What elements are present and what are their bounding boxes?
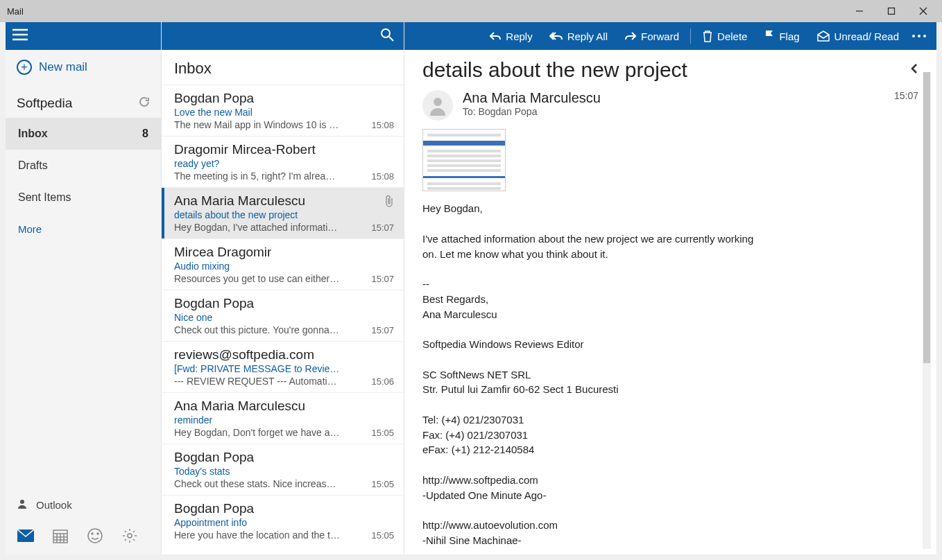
sender-row: Ana Maria Marculescu To: Bogdan Popa 15:… [404, 86, 936, 126]
email-time: 15:07 [894, 90, 918, 121]
settings-icon[interactable] [121, 527, 139, 545]
svg-point-24 [923, 35, 926, 37]
message-list-pane: Inbox Bogdan PopaLove the new MailThe ne… [162, 22, 404, 554]
app-frame: + New mail Softpedia Inbox8DraftsSent It… [6, 22, 936, 554]
msg-preview: Here you have the location and the time … [174, 530, 341, 541]
email-subject: details about the new project [422, 58, 687, 82]
window-controls [843, 0, 939, 22]
reading-pane: Reply Reply All Forward Delete Flag Un [404, 22, 936, 554]
close-button[interactable] [907, 0, 939, 22]
msg-time: 15:05 [371, 479, 394, 489]
message-item[interactable]: Mircea DragomirAudio mixingResources you… [162, 238, 404, 290]
msg-time: 15:08 [371, 120, 394, 130]
svg-point-17 [92, 533, 93, 534]
more-actions-button[interactable] [909, 22, 930, 50]
mail-icon[interactable] [17, 527, 35, 545]
message-item[interactable]: Bogdan PopaAppointment infoHere you have… [162, 495, 404, 546]
svg-point-20 [382, 29, 390, 37]
msg-sender: Ana Maria Marculescu [174, 193, 394, 209]
scrollbar[interactable] [923, 72, 931, 549]
msg-subject: Love the new Mail [174, 107, 341, 118]
attachment-thumbnail[interactable] [422, 129, 506, 191]
unread-read-button[interactable]: Unread/ Read [810, 22, 906, 50]
sidebar-top-bar [6, 22, 161, 50]
msg-subject: Audio mixing [174, 261, 341, 272]
new-mail-label: New mail [39, 60, 87, 74]
msg-preview: Hey Bogdan, Don't forget we have a meet [174, 427, 341, 438]
search-bar [162, 22, 404, 50]
msg-subject: details about the new project [174, 209, 341, 220]
msg-time: 15:05 [371, 530, 394, 541]
svg-rect-1 [889, 8, 895, 15]
refresh-icon[interactable] [139, 96, 150, 111]
collapse-icon[interactable] [910, 62, 918, 78]
message-item[interactable]: Bogdan PopaToday's statsCheck out these … [162, 444, 404, 495]
msg-sender: Bogdan Popa [174, 501, 394, 516]
action-bar: Reply Reply All Forward Delete Flag Un [404, 22, 936, 50]
hamburger-icon[interactable] [12, 28, 28, 44]
message-item[interactable]: Ana Maria Marculescudetails about the ne… [162, 187, 404, 238]
message-item[interactable]: Bogdan PopaNice oneCheck out this pictur… [162, 290, 404, 341]
account-header[interactable]: Softpedia [6, 85, 161, 118]
folder-list: Inbox8DraftsSent Items [6, 118, 161, 213]
account-switcher[interactable]: Outlook [6, 490, 161, 520]
msg-subject: Today's stats [174, 466, 341, 477]
folder-item[interactable]: Inbox8 [6, 118, 161, 150]
msg-sender: Bogdan Popa [174, 450, 394, 465]
reply-all-button[interactable]: Reply All [542, 22, 615, 50]
message-item[interactable]: Ana Maria MarculescureminderHey Bogdan, … [162, 392, 404, 444]
search-icon[interactable] [380, 28, 394, 44]
subject-bar: details about the new project [404, 50, 936, 86]
sidebar: + New mail Softpedia Inbox8DraftsSent It… [6, 22, 162, 554]
recipient: To: Bogdan Popa [463, 106, 884, 117]
bottom-nav [6, 520, 161, 554]
email-body: Hey Bogdan, I've attached information ab… [404, 198, 936, 554]
titlebar: Mail [0, 0, 942, 22]
action-divider [690, 28, 691, 44]
sender-name: Ana Maria Marculescu [463, 90, 884, 106]
delete-button[interactable]: Delete [695, 22, 754, 50]
msg-sender: Mircea Dragomir [174, 245, 394, 260]
message-item[interactable]: reviews@softpedia.com[Fwd: PRIVATE MESSA… [162, 341, 404, 392]
forward-button[interactable]: Forward [617, 22, 686, 50]
reply-button[interactable]: Reply [482, 22, 539, 50]
maximize-button[interactable] [875, 0, 907, 22]
folder-item[interactable]: Drafts [6, 150, 161, 182]
message-item[interactable]: Bogdan PopaLove the new MailThe new Mail… [162, 85, 404, 136]
calendar-icon[interactable] [51, 527, 69, 545]
flag-button[interactable]: Flag [757, 22, 806, 50]
svg-point-16 [88, 529, 102, 543]
folder-item[interactable]: Sent Items [6, 182, 161, 213]
folder-count: 8 [142, 128, 148, 140]
svg-point-23 [918, 35, 920, 37]
message-item[interactable]: Dragomir Mircea-Robertready yet?The meet… [162, 136, 404, 187]
msg-time: 15:08 [371, 171, 394, 182]
outlook-label: Outlook [36, 499, 72, 511]
msg-preview: The new Mail app in Windows 10 is just a… [174, 119, 341, 130]
new-mail-button[interactable]: + New mail [6, 50, 161, 85]
svg-point-19 [128, 534, 132, 538]
message-list: Bogdan PopaLove the new MailThe new Mail… [162, 85, 404, 554]
folder-name: Drafts [18, 159, 48, 172]
msg-preview: Check out this picture. You're gonna lov… [174, 324, 341, 335]
feedback-icon[interactable] [86, 527, 104, 545]
msg-time: 15:05 [371, 428, 394, 438]
window-title: Mail [7, 6, 24, 17]
more-folders[interactable]: More [6, 213, 161, 245]
msg-time: 15:07 [371, 325, 394, 335]
msg-sender: Ana Maria Marculescu [174, 399, 394, 414]
msg-time: 15:07 [371, 274, 394, 284]
sender-info: Ana Maria Marculescu To: Bogdan Popa [463, 90, 884, 121]
msg-preview: Hey Bogdan, I've attached information ab… [174, 222, 341, 233]
person-icon [17, 498, 28, 511]
plus-icon: + [17, 60, 32, 75]
svg-line-21 [389, 37, 393, 41]
avatar [422, 90, 453, 121]
msg-sender: Dragomir Mircea-Robert [174, 142, 394, 157]
folder-name: Sent Items [18, 191, 71, 204]
minimize-button[interactable] [843, 0, 875, 22]
msg-time: 15:06 [371, 376, 394, 387]
svg-point-7 [20, 500, 24, 504]
msg-sender: Bogdan Popa [174, 296, 394, 311]
scrollbar-thumb[interactable] [923, 72, 930, 363]
